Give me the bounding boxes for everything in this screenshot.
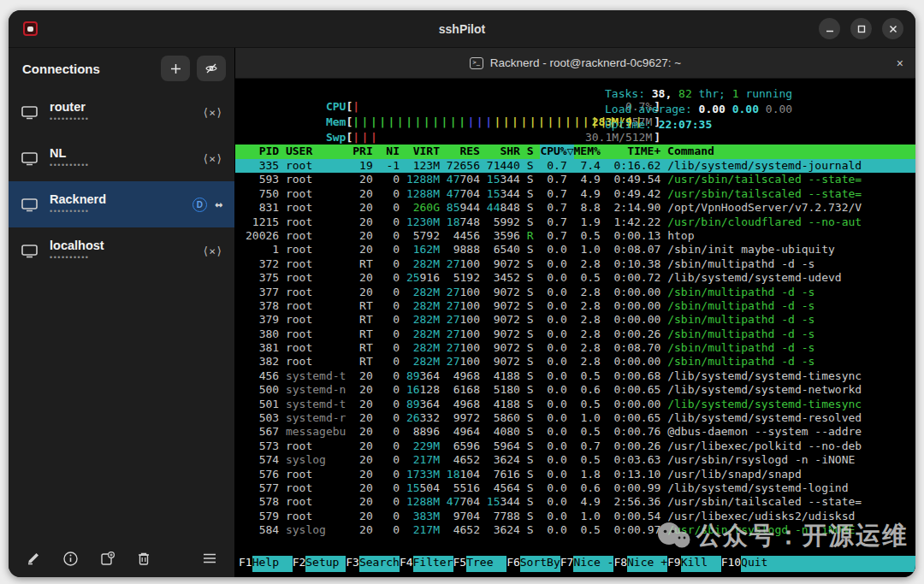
process-row[interactable]: 573 root 20 0 229M 6596 5964 S 0.0 0.7 0… [246, 439, 915, 453]
connection-item-racknerd[interactable]: Racknerd •••••••••• D ↔ [9, 181, 234, 227]
fn-key-f3[interactable]: F3Search [346, 556, 400, 572]
process-row[interactable]: 574 syslog 20 0 217M 4652 3624 S 0.0 0.5… [246, 453, 915, 467]
process-row[interactable]: 335 root 19 -1 123M 72656 71440 S 0.7 7.… [235, 159, 915, 173]
titlebar[interactable]: sshPilot [9, 10, 915, 48]
connection-password-dots: •••••••••• [50, 253, 104, 263]
tab-close-icon[interactable]: × [897, 56, 903, 70]
connection-item-nl[interactable]: NL •••••••••• ⟨×⟩ [9, 135, 234, 181]
terminal-tab-bar[interactable]: >_ Racknerd - root@racknerd-0c9627: ~ × [235, 48, 915, 79]
process-row[interactable]: 578 root 20 0 1288M 47704 15344 S 0.0 4.… [246, 495, 915, 509]
fn-key-f10[interactable]: F10Quit [721, 556, 915, 572]
connection-name: NL [50, 146, 90, 161]
fn-key-f8[interactable]: F8Nice + [613, 556, 667, 572]
fn-key-f7[interactable]: F7Nice - [560, 556, 614, 572]
tab-title: Racknerd - root@racknerd-0c9627: ~ [490, 56, 681, 69]
menu-hamburger-icon[interactable] [202, 552, 217, 564]
host-monitor-icon [21, 197, 38, 213]
process-row[interactable]: 593 root 20 0 1288M 47704 15344 S 0.7 4.… [246, 173, 915, 186]
tasks-line: Tasks: 38, 82 thr; 1 running [605, 87, 792, 103]
process-row[interactable]: 377 root 20 0 282M 27100 9072 S 0.0 2.8 … [246, 286, 915, 299]
desktop-background: sshPilot Connections [0, 0, 924, 584]
hide-passwords-button[interactable] [197, 56, 226, 81]
disconnected-icon: ⟨×⟩ [203, 245, 222, 257]
new-connection-icon[interactable] [99, 551, 116, 567]
connection-password-dots: •••••••••• [50, 207, 106, 216]
app-icon [23, 21, 38, 36]
connection-name: Racknerd [50, 192, 106, 207]
connection-name: router [50, 100, 90, 115]
window-title: sshPilot [9, 22, 915, 36]
process-row[interactable]: 378 root RT 0 282M 27100 9072 S 0.0 2.8 … [246, 299, 915, 313]
process-row[interactable]: 375 root 20 0 25916 5192 3452 S 0.0 0.5 … [246, 271, 915, 285]
sshpilot-window: sshPilot Connections [9, 10, 915, 577]
fn-key-f5[interactable]: F5Tree [453, 556, 507, 572]
add-connection-button[interactable] [161, 56, 190, 81]
fn-key-f1[interactable]: F1Help [239, 556, 293, 572]
fn-key-f2[interactable]: F2Setup [293, 556, 346, 572]
process-row[interactable]: 380 root RT 0 282M 27100 9072 S 0.0 2.8 … [246, 327, 915, 341]
connections-sidebar: Connections [9, 48, 235, 577]
edit-pencil-icon[interactable] [26, 551, 42, 567]
process-row[interactable]: 500 systemd-n 20 0 16128 6168 5180 S 0.0… [246, 383, 915, 397]
cpu-meter: CPU[|0.7%] [246, 87, 915, 103]
disconnected-icon: ⟨×⟩ [203, 106, 222, 119]
process-row[interactable]: 567 messagebu 20 0 8896 4964 4080 S 0.0 … [246, 425, 915, 439]
connection-password-dots: •••••••••• [50, 115, 90, 124]
fn-key-f9[interactable]: F9Kill [667, 556, 721, 572]
fn-key-f4[interactable]: F4Filter [400, 556, 453, 572]
connections-list: router •••••••••• ⟨×⟩ NL ••• [9, 89, 234, 540]
disconnected-icon: ⟨×⟩ [203, 152, 222, 165]
sidebar-title: Connections [22, 62, 100, 76]
process-row[interactable]: 503 systemd-r 20 0 26332 9972 5860 S 0.0… [246, 411, 915, 425]
host-monitor-icon [21, 150, 38, 167]
connection-item-localhost[interactable]: localhost •••••••••• ⟨×⟩ [9, 227, 234, 274]
uptime-line: Uptime: 22:07:35 [605, 118, 792, 133]
connection-name: localhost [50, 239, 104, 253]
process-table-header[interactable]: PID USER PRI NI VIRT RES SHR S CPU%▽MEM%… [235, 145, 915, 159]
connection-password-dots: •••••••••• [50, 161, 90, 170]
terminal[interactable]: CPU[|0.7%] Mem[|||||||||||||||||||||||||… [235, 79, 915, 577]
process-row[interactable]: 1 root 20 0 162M 9888 6540 S 0.0 1.0 0:0… [246, 243, 915, 257]
duplicate-badge: D [192, 198, 207, 212]
process-row[interactable]: 456 systemd-t 20 0 89364 4968 4188 S 0.0… [246, 369, 915, 383]
process-row[interactable]: 20026 root 20 0 5792 4456 3596 R 0.7 0.5… [246, 229, 915, 243]
minimize-button[interactable] [819, 18, 840, 39]
fn-key-f6[interactable]: F6SortBy [506, 556, 560, 572]
process-row[interactable]: 577 root 20 0 15504 5516 4564 S 0.0 0.6 … [246, 481, 915, 495]
process-row[interactable]: 379 root RT 0 282M 27100 9072 S 0.0 2.8 … [246, 313, 915, 327]
process-row[interactable]: 584 syslog 20 0 217M 4652 3624 S 0.0 0.5… [246, 523, 915, 537]
process-row[interactable]: 831 root 20 0 260G 85944 44848 S 0.7 8.8… [246, 201, 915, 215]
maximize-button[interactable] [850, 18, 872, 39]
process-table: PID USER PRI NI VIRT RES SHR S CPU%▽MEM%… [235, 145, 915, 577]
process-row[interactable]: 372 root RT 0 282M 27100 9072 S 0.0 2.8 … [246, 257, 915, 271]
trash-icon[interactable] [136, 551, 151, 567]
process-row[interactable]: 381 root RT 0 282M 27100 9072 S 0.0 2.8 … [246, 341, 915, 355]
sidebar-toolbar [9, 540, 234, 577]
process-row[interactable]: 501 systemd-t 20 0 89364 4968 4188 S 0.0… [246, 398, 915, 411]
info-circle-icon[interactable] [62, 551, 79, 567]
process-row[interactable]: 579 root 20 0 383M 9704 7788 S 0.0 1.0 0… [246, 510, 915, 523]
function-key-bar: F1Help F2Setup F3SearchF4FilterF5Tree F6… [237, 556, 915, 572]
system-info: Tasks: 38, 82 thr; 1 running Load averag… [605, 87, 792, 133]
host-monitor-icon [21, 243, 38, 259]
close-button[interactable] [882, 18, 903, 39]
process-row[interactable]: 750 root 20 0 1288M 47704 15344 S 0.7 4.… [246, 187, 915, 201]
load-average-line: Load average: 0.00 0.00 0.00 [605, 103, 792, 118]
terminal-icon: >_ [470, 57, 483, 69]
process-row[interactable]: 576 root 20 0 1733M 18104 7616 S 0.0 1.8… [246, 468, 915, 481]
process-row[interactable]: 1215 root 20 0 1230M 18748 5992 S 0.7 1.… [246, 215, 915, 229]
connection-item-router[interactable]: router •••••••••• ⟨×⟩ [9, 89, 234, 135]
process-row[interactable]: 382 root RT 0 282M 27100 9072 S 0.0 2.8 … [246, 355, 915, 369]
connected-icon: ↔ [215, 197, 222, 212]
host-monitor-icon [21, 104, 38, 121]
